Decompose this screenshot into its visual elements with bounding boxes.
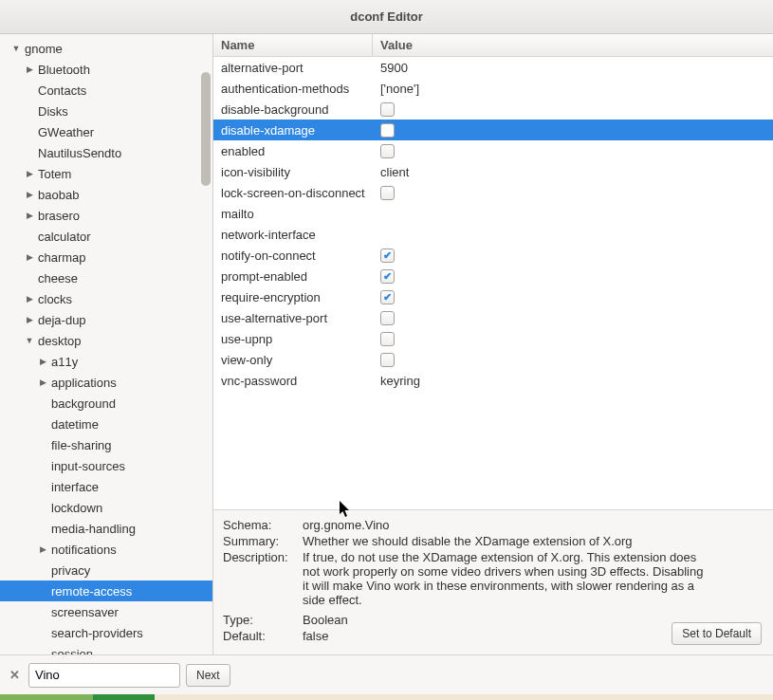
checkbox-icon[interactable] xyxy=(380,123,395,138)
tree-item-lockdown[interactable]: lockdown xyxy=(0,497,212,518)
set-to-default-button[interactable]: Set to Default xyxy=(672,622,762,645)
tree-item-label: charmap xyxy=(38,250,86,265)
setting-row-use-upnp[interactable]: use-upnp xyxy=(213,328,773,349)
search-input[interactable] xyxy=(28,663,180,688)
tree-item-bluetooth[interactable]: ▶Bluetooth xyxy=(0,59,212,80)
tree-item-screensaver[interactable]: screensaver xyxy=(0,601,212,622)
setting-value[interactable]: ['none'] xyxy=(373,82,773,96)
setting-value[interactable] xyxy=(373,102,773,117)
setting-value[interactable] xyxy=(373,269,773,284)
expander-placeholder xyxy=(36,459,49,472)
tree-item-label: a11y xyxy=(51,355,78,369)
setting-row-icon-visibility[interactable]: icon-visibilityclient xyxy=(213,161,773,182)
tree-item-applications[interactable]: ▶applications xyxy=(0,372,212,393)
chevron-right-icon[interactable]: ▶ xyxy=(23,313,36,326)
tree-item-gweather[interactable]: GWeather xyxy=(0,121,212,142)
setting-name: disable-xdamage xyxy=(213,123,373,138)
setting-row-network-interface[interactable]: network-interface xyxy=(213,224,773,245)
tree-item-session[interactable]: session xyxy=(0,643,212,654)
tree-item-cheese[interactable]: cheese xyxy=(0,267,212,288)
chevron-right-icon[interactable]: ▶ xyxy=(23,209,36,222)
setting-value[interactable]: client xyxy=(373,165,773,179)
chevron-down-icon[interactable]: ▼ xyxy=(9,42,23,55)
setting-value[interactable] xyxy=(373,123,773,138)
close-icon[interactable]: ✕ xyxy=(6,667,23,684)
setting-row-vnc-password[interactable]: vnc-passwordkeyring xyxy=(213,370,773,391)
tree-item-interface[interactable]: interface xyxy=(0,476,212,497)
tree-item-privacy[interactable]: privacy xyxy=(0,560,212,580)
tree-item-totem[interactable]: ▶Totem xyxy=(0,163,212,184)
tree-item-disks[interactable]: Disks xyxy=(0,101,212,121)
setting-row-disable-xdamage[interactable]: disable-xdamage xyxy=(213,120,773,140)
checkbox-icon[interactable] xyxy=(380,186,395,200)
setting-value[interactable] xyxy=(373,353,773,367)
setting-row-require-encryption[interactable]: require-encryption xyxy=(213,286,773,307)
setting-value[interactable] xyxy=(373,332,773,346)
tree-item-input-sources[interactable]: input-sources xyxy=(0,455,212,476)
setting-row-enabled[interactable]: enabled xyxy=(213,140,773,161)
tree-item-charmap[interactable]: ▶charmap xyxy=(0,247,212,267)
setting-name: authentication-methods xyxy=(213,82,373,96)
chevron-down-icon[interactable]: ▼ xyxy=(23,334,36,347)
chevron-right-icon[interactable]: ▶ xyxy=(23,167,36,180)
setting-row-prompt-enabled[interactable]: prompt-enabled xyxy=(213,266,773,286)
chevron-right-icon[interactable]: ▶ xyxy=(36,355,49,368)
setting-name: icon-visibility xyxy=(213,165,373,179)
setting-row-lock-screen-on-disconnect[interactable]: lock-screen-on-disconnect xyxy=(213,182,773,203)
tree-item-desktop[interactable]: ▼desktop xyxy=(0,330,212,351)
setting-value[interactable]: 5900 xyxy=(373,61,773,75)
setting-value[interactable] xyxy=(373,249,773,263)
sidebar-scrollbar[interactable] xyxy=(201,72,211,186)
tree-item-file-sharing[interactable]: file-sharing xyxy=(0,434,212,455)
tree-item-gnome[interactable]: ▼gnome xyxy=(0,38,212,59)
setting-name: network-interface xyxy=(213,228,373,242)
tree-item-media-handling[interactable]: media-handling xyxy=(0,518,212,539)
tree-item-notifications[interactable]: ▶notifications xyxy=(0,539,212,560)
chevron-right-icon[interactable]: ▶ xyxy=(23,188,36,201)
setting-row-authentication-methods[interactable]: authentication-methods['none'] xyxy=(213,78,773,99)
checkbox-icon[interactable] xyxy=(380,144,395,158)
chevron-right-icon[interactable]: ▶ xyxy=(36,543,49,556)
tree-item-clocks[interactable]: ▶clocks xyxy=(0,288,212,309)
tree-item-deja-dup[interactable]: ▶deja-dup xyxy=(0,309,212,330)
expander-placeholder xyxy=(36,647,49,654)
column-header-value[interactable]: Value xyxy=(373,38,773,52)
setting-row-mailto[interactable]: mailto xyxy=(213,203,773,224)
label-schema: Schema: xyxy=(223,518,303,532)
setting-row-alternative-port[interactable]: alternative-port5900 xyxy=(213,57,773,78)
tree-item-contacts[interactable]: Contacts xyxy=(0,80,212,101)
tree-item-background[interactable]: background xyxy=(0,393,212,414)
tree-item-remote-access[interactable]: remote-access xyxy=(0,580,212,601)
chevron-right-icon[interactable]: ▶ xyxy=(23,250,36,264)
chevron-right-icon[interactable]: ▶ xyxy=(23,63,36,76)
setting-row-use-alternative-port[interactable]: use-alternative-port xyxy=(213,307,773,328)
checkbox-icon[interactable] xyxy=(380,353,395,367)
setting-row-notify-on-connect[interactable]: notify-on-connect xyxy=(213,245,773,266)
next-button[interactable]: Next xyxy=(186,664,230,687)
chevron-right-icon[interactable]: ▶ xyxy=(23,292,36,305)
tree-item-baobab[interactable]: ▶baobab xyxy=(0,184,212,205)
checkbox-icon[interactable] xyxy=(380,249,395,263)
tree-item-a11y[interactable]: ▶a11y xyxy=(0,351,212,372)
tree-item-brasero[interactable]: ▶brasero xyxy=(0,205,212,226)
checkbox-icon[interactable] xyxy=(380,269,395,284)
setting-value[interactable] xyxy=(373,290,773,304)
setting-value[interactable]: keyring xyxy=(373,374,773,388)
setting-value[interactable] xyxy=(373,144,773,158)
setting-row-disable-background[interactable]: disable-background xyxy=(213,99,773,120)
setting-row-view-only[interactable]: view-only xyxy=(213,349,773,370)
tree-item-nautilussendto[interactable]: NautilusSendto xyxy=(0,142,212,163)
checkbox-icon[interactable] xyxy=(380,332,395,346)
column-header-name[interactable]: Name xyxy=(213,34,373,56)
expander-placeholder xyxy=(36,417,49,431)
checkbox-icon[interactable] xyxy=(380,311,395,325)
tree-item-search-providers[interactable]: search-providers xyxy=(0,622,212,643)
tree-item-calculator[interactable]: calculator xyxy=(0,226,212,247)
checkbox-icon[interactable] xyxy=(380,102,395,117)
setting-value[interactable] xyxy=(373,311,773,325)
setting-value[interactable] xyxy=(373,186,773,200)
checkbox-icon[interactable] xyxy=(380,290,395,304)
tree-item-datetime[interactable]: datetime xyxy=(0,414,212,434)
tree-item-label: background xyxy=(51,396,116,411)
chevron-right-icon[interactable]: ▶ xyxy=(36,376,49,389)
